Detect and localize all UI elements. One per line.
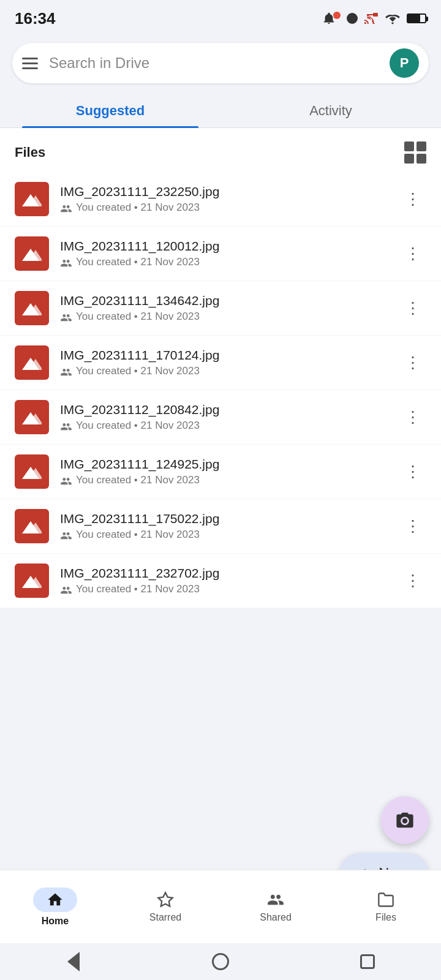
file-name: IMG_20231111_175022.jpg — [60, 511, 389, 526]
status-time: 16:34 — [15, 9, 56, 28]
tab-suggested[interactable]: Suggested — [0, 92, 221, 127]
table-row[interactable]: IMG_20231111_175022.jpg You created • 21… — [0, 499, 441, 554]
file-info: IMG_20231112_120842.jpg You created • 21… — [60, 402, 389, 432]
file-meta: You created • 21 Nov 2023 — [60, 365, 389, 377]
table-row[interactable]: IMG_20231111_120012.jpg You created • 21… — [0, 227, 441, 281]
nav-item-starred[interactable]: Starred — [110, 870, 221, 943]
more-options-button[interactable]: ⋮ — [400, 456, 426, 488]
file-thumbnail — [15, 564, 49, 598]
file-date: You created • 21 Nov 2023 — [76, 202, 200, 214]
more-options-button[interactable]: ⋮ — [400, 347, 426, 379]
svg-rect-0 — [373, 13, 378, 17]
nav-item-files[interactable]: Files — [331, 870, 441, 943]
file-name: IMG_20231111_134642.jpg — [60, 293, 389, 308]
file-info: IMG_20231111_134642.jpg You created • 21… — [60, 293, 389, 323]
circle-dot — [347, 13, 358, 24]
more-options-button[interactable]: ⋮ — [400, 293, 426, 324]
battery-icon — [407, 13, 426, 23]
file-thumbnail — [15, 345, 49, 380]
table-row[interactable]: IMG_20231111_134642.jpg You created • 21… — [0, 281, 441, 336]
search-placeholder: Search in Drive — [49, 55, 379, 72]
file-name: IMG_20231111_124925.jpg — [60, 457, 389, 472]
file-info: IMG_20231111_170124.jpg You created • 21… — [60, 348, 389, 377]
home-button[interactable] — [209, 951, 232, 973]
people-icon — [60, 530, 72, 540]
file-date: You created • 21 Nov 2023 — [76, 583, 200, 595]
file-info: IMG_20231111_232250.jpg You created • 21… — [60, 184, 389, 214]
star-icon — [157, 891, 174, 908]
file-date: You created • 21 Nov 2023 — [76, 420, 200, 432]
menu-button[interactable] — [22, 58, 38, 69]
file-thumbnail — [15, 454, 49, 489]
tabs: Suggested Activity — [0, 92, 441, 128]
file-meta: You created • 21 Nov 2023 — [60, 583, 389, 595]
files-label: Files — [15, 145, 45, 160]
file-meta: You created • 21 Nov 2023 — [60, 311, 389, 323]
table-row[interactable]: IMG_20231111_124925.jpg You created • 21… — [0, 445, 441, 499]
more-options-button[interactable]: ⋮ — [400, 184, 426, 215]
svg-marker-18 — [158, 892, 172, 906]
file-thumbnail — [15, 182, 49, 216]
file-name: IMG_20231111_232250.jpg — [60, 184, 389, 199]
svg-point-17 — [402, 818, 407, 823]
camera-icon — [394, 811, 415, 829]
file-meta: You created • 21 Nov 2023 — [60, 420, 389, 432]
file-date: You created • 21 Nov 2023 — [76, 311, 200, 323]
file-name: IMG_20231111_170124.jpg — [60, 348, 389, 363]
file-name: IMG_20231111_120012.jpg — [60, 239, 389, 254]
table-row[interactable]: IMG_20231111_232250.jpg You created • 21… — [0, 172, 441, 227]
file-date: You created • 21 Nov 2023 — [76, 529, 200, 541]
back-button[interactable] — [62, 951, 85, 973]
table-row[interactable]: IMG_20231112_120842.jpg You created • 21… — [0, 390, 441, 445]
file-date: You created • 21 Nov 2023 — [76, 365, 200, 377]
home-icon — [47, 891, 64, 908]
more-options-button[interactable]: ⋮ — [400, 565, 426, 597]
scan-button[interactable] — [381, 796, 429, 844]
table-row[interactable]: IMG_20231111_170124.jpg You created • 21… — [0, 336, 441, 390]
people-icon — [60, 257, 72, 267]
grid-view-button[interactable] — [404, 141, 426, 164]
people-icon — [60, 421, 72, 431]
tab-activity[interactable]: Activity — [221, 92, 441, 127]
file-meta: You created • 21 Nov 2023 — [60, 529, 389, 541]
recents-button[interactable] — [356, 951, 379, 973]
file-name: IMG_20231112_120842.jpg — [60, 402, 389, 417]
files-header: Files — [0, 128, 441, 172]
nav-item-shared[interactable]: Shared — [221, 870, 331, 943]
bottom-nav: Home Starred Shared Files — [0, 870, 441, 943]
file-list: IMG_20231111_232250.jpg You created • 21… — [0, 172, 441, 608]
search-bar-container: Search in Drive P — [0, 37, 441, 92]
more-options-button[interactable]: ⋮ — [400, 238, 426, 270]
file-thumbnail — [15, 236, 49, 271]
search-bar[interactable]: Search in Drive P — [12, 43, 429, 83]
people-icon — [60, 203, 72, 213]
files-icon — [377, 891, 394, 908]
file-info: IMG_20231111_120012.jpg You created • 21… — [60, 239, 389, 268]
nav-label-starred: Starred — [149, 912, 181, 923]
wifi-icon — [385, 12, 401, 24]
avatar[interactable]: P — [390, 48, 419, 78]
file-info: IMG_20231111_175022.jpg You created • 21… — [60, 511, 389, 541]
cast-icon — [364, 11, 379, 26]
file-meta: You created • 21 Nov 2023 — [60, 256, 389, 268]
nav-label-shared: Shared — [260, 912, 292, 923]
table-row[interactable]: IMG_20231111_232702.jpg You created • 21… — [0, 554, 441, 608]
people-icon — [60, 475, 72, 485]
file-info: IMG_20231111_232702.jpg You created • 21… — [60, 566, 389, 595]
file-thumbnail — [15, 400, 49, 434]
status-icons — [322, 11, 426, 26]
file-date: You created • 21 Nov 2023 — [76, 474, 200, 486]
file-thumbnail — [15, 509, 49, 543]
alert-dot — [333, 12, 341, 19]
file-meta: You created • 21 Nov 2023 — [60, 474, 389, 486]
more-options-button[interactable]: ⋮ — [400, 402, 426, 433]
more-options-button[interactable]: ⋮ — [400, 511, 426, 542]
system-nav — [0, 943, 441, 980]
nav-item-home[interactable]: Home — [0, 870, 110, 943]
shared-icon — [267, 891, 284, 908]
file-meta: You created • 21 Nov 2023 — [60, 202, 389, 214]
file-thumbnail — [15, 291, 49, 325]
people-icon — [60, 584, 72, 594]
nav-label-files: Files — [375, 912, 396, 923]
nav-label-home: Home — [42, 916, 69, 927]
